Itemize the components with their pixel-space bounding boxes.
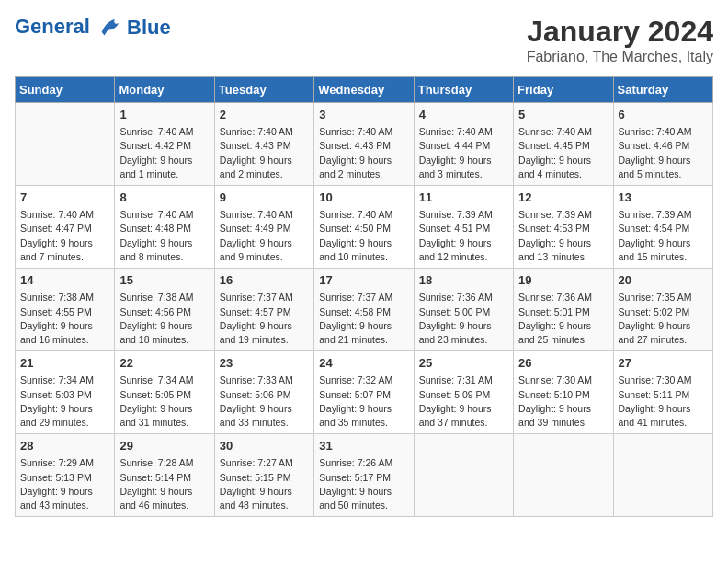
days-header-row: SundayMondayTuesdayWednesdayThursdayFrid… [16, 77, 713, 103]
day-info: Sunrise: 7:38 AM Sunset: 4:55 PM Dayligh… [20, 291, 109, 347]
day-header-friday: Friday [514, 77, 613, 103]
day-info: Sunrise: 7:39 AM Sunset: 4:51 PM Dayligh… [419, 208, 508, 264]
calendar-cell: 27Sunrise: 7:30 AM Sunset: 5:11 PM Dayli… [613, 351, 712, 434]
calendar-cell: 14Sunrise: 7:38 AM Sunset: 4:55 PM Dayli… [16, 269, 115, 351]
header: General Blue January 2024 Fabriano, The … [15, 15, 713, 65]
day-number: 27 [619, 355, 708, 372]
day-info: Sunrise: 7:40 AM Sunset: 4:50 PM Dayligh… [319, 208, 408, 264]
day-number: 28 [20, 438, 109, 454]
day-info: Sunrise: 7:30 AM Sunset: 5:11 PM Dayligh… [619, 373, 708, 430]
day-info: Sunrise: 7:40 AM Sunset: 4:46 PM Dayligh… [619, 125, 708, 181]
day-info: Sunrise: 7:40 AM Sunset: 4:44 PM Dayligh… [419, 125, 508, 181]
day-info: Sunrise: 7:40 AM Sunset: 4:43 PM Dayligh… [220, 125, 309, 181]
day-info: Sunrise: 7:38 AM Sunset: 4:56 PM Dayligh… [119, 291, 209, 347]
calendar-cell: 12Sunrise: 7:39 AM Sunset: 4:53 PM Dayli… [514, 186, 613, 269]
day-header-tuesday: Tuesday [214, 77, 313, 103]
calendar-cell: 9Sunrise: 7:40 AM Sunset: 4:49 PM Daylig… [214, 186, 313, 269]
day-info: Sunrise: 7:33 AM Sunset: 5:06 PM Dayligh… [220, 373, 309, 430]
day-info: Sunrise: 7:29 AM Sunset: 5:13 PM Dayligh… [20, 456, 109, 512]
calendar-table: SundayMondayTuesdayWednesdayThursdayFrid… [15, 76, 713, 517]
day-header-thursday: Thursday [414, 77, 513, 103]
day-info: Sunrise: 7:26 AM Sunset: 5:17 PM Dayligh… [319, 456, 408, 512]
day-number: 24 [319, 355, 408, 372]
day-number: 17 [319, 272, 408, 289]
day-number: 5 [518, 107, 608, 123]
day-info: Sunrise: 7:39 AM Sunset: 4:54 PM Dayligh… [619, 208, 708, 264]
day-info: Sunrise: 7:34 AM Sunset: 5:03 PM Dayligh… [20, 373, 109, 430]
day-number: 15 [119, 272, 209, 289]
calendar-cell: 26Sunrise: 7:30 AM Sunset: 5:10 PM Dayli… [514, 351, 613, 434]
day-info: Sunrise: 7:32 AM Sunset: 5:07 PM Dayligh… [319, 373, 408, 430]
calendar-cell [414, 434, 513, 517]
calendar-cell: 4Sunrise: 7:40 AM Sunset: 4:44 PM Daylig… [414, 103, 513, 186]
calendar-cell [514, 434, 613, 517]
calendar-cell: 1Sunrise: 7:40 AM Sunset: 4:42 PM Daylig… [115, 103, 214, 186]
calendar-cell: 25Sunrise: 7:31 AM Sunset: 5:09 PM Dayli… [414, 351, 513, 434]
calendar-cell [613, 434, 712, 517]
day-number: 7 [20, 190, 109, 206]
calendar-cell: 24Sunrise: 7:32 AM Sunset: 5:07 PM Dayli… [314, 351, 414, 434]
calendar-cell: 13Sunrise: 7:39 AM Sunset: 4:54 PM Dayli… [613, 186, 712, 269]
day-header-saturday: Saturday [613, 77, 712, 103]
calendar-cell: 28Sunrise: 7:29 AM Sunset: 5:13 PM Dayli… [16, 434, 115, 517]
day-number: 23 [220, 355, 309, 372]
calendar-cell: 6Sunrise: 7:40 AM Sunset: 4:46 PM Daylig… [613, 103, 712, 186]
calendar-cell: 29Sunrise: 7:28 AM Sunset: 5:14 PM Dayli… [115, 434, 214, 517]
week-row-5: 28Sunrise: 7:29 AM Sunset: 5:13 PM Dayli… [16, 434, 713, 517]
day-number: 22 [119, 355, 209, 372]
day-info: Sunrise: 7:40 AM Sunset: 4:47 PM Dayligh… [20, 208, 109, 264]
calendar-cell: 7Sunrise: 7:40 AM Sunset: 4:47 PM Daylig… [16, 186, 115, 269]
day-number: 14 [20, 272, 109, 289]
day-number: 1 [119, 107, 209, 123]
day-info: Sunrise: 7:37 AM Sunset: 4:57 PM Dayligh… [220, 291, 309, 347]
calendar-cell [16, 103, 115, 186]
week-row-2: 7Sunrise: 7:40 AM Sunset: 4:47 PM Daylig… [16, 186, 713, 269]
day-number: 18 [419, 272, 508, 289]
calendar-cell: 18Sunrise: 7:36 AM Sunset: 5:00 PM Dayli… [414, 269, 513, 351]
day-header-wednesday: Wednesday [314, 77, 414, 103]
title-block: January 2024 Fabriano, The Marches, Ital… [527, 15, 713, 65]
calendar-cell: 22Sunrise: 7:34 AM Sunset: 5:05 PM Dayli… [115, 351, 214, 434]
logo-bird-icon [97, 15, 123, 40]
day-number: 4 [419, 107, 508, 123]
calendar-cell: 10Sunrise: 7:40 AM Sunset: 4:50 PM Dayli… [314, 186, 414, 269]
day-header-sunday: Sunday [16, 77, 115, 103]
day-info: Sunrise: 7:40 AM Sunset: 4:49 PM Dayligh… [220, 208, 309, 264]
week-row-1: 1Sunrise: 7:40 AM Sunset: 4:42 PM Daylig… [16, 103, 713, 186]
calendar-cell: 17Sunrise: 7:37 AM Sunset: 4:58 PM Dayli… [314, 269, 414, 351]
day-number: 8 [119, 190, 209, 206]
calendar-cell: 2Sunrise: 7:40 AM Sunset: 4:43 PM Daylig… [214, 103, 313, 186]
day-info: Sunrise: 7:35 AM Sunset: 5:02 PM Dayligh… [619, 291, 708, 347]
day-info: Sunrise: 7:40 AM Sunset: 4:45 PM Dayligh… [518, 125, 608, 181]
day-info: Sunrise: 7:30 AM Sunset: 5:10 PM Dayligh… [518, 373, 608, 430]
day-number: 20 [619, 272, 708, 289]
calendar-cell: 21Sunrise: 7:34 AM Sunset: 5:03 PM Dayli… [16, 351, 115, 434]
calendar-cell: 11Sunrise: 7:39 AM Sunset: 4:51 PM Dayli… [414, 186, 513, 269]
calendar-cell: 5Sunrise: 7:40 AM Sunset: 4:45 PM Daylig… [514, 103, 613, 186]
month-year-title: January 2024 [527, 15, 713, 49]
day-number: 21 [20, 355, 109, 372]
calendar-cell: 23Sunrise: 7:33 AM Sunset: 5:06 PM Dayli… [214, 351, 313, 434]
day-number: 12 [518, 190, 608, 206]
day-number: 19 [518, 272, 608, 289]
calendar-cell: 15Sunrise: 7:38 AM Sunset: 4:56 PM Dayli… [115, 269, 214, 351]
day-info: Sunrise: 7:37 AM Sunset: 4:58 PM Dayligh… [319, 291, 408, 347]
day-info: Sunrise: 7:40 AM Sunset: 4:43 PM Dayligh… [319, 125, 408, 181]
day-number: 10 [319, 190, 408, 206]
day-info: Sunrise: 7:28 AM Sunset: 5:14 PM Dayligh… [119, 456, 209, 512]
day-number: 25 [419, 355, 508, 372]
calendar-cell: 8Sunrise: 7:40 AM Sunset: 4:48 PM Daylig… [115, 186, 214, 269]
day-info: Sunrise: 7:36 AM Sunset: 5:00 PM Dayligh… [419, 291, 508, 347]
day-number: 16 [220, 272, 309, 289]
day-number: 2 [220, 107, 309, 123]
logo: General Blue [15, 15, 171, 40]
calendar-cell: 19Sunrise: 7:36 AM Sunset: 5:01 PM Dayli… [514, 269, 613, 351]
day-number: 11 [419, 190, 508, 206]
calendar-cell: 30Sunrise: 7:27 AM Sunset: 5:15 PM Dayli… [214, 434, 313, 517]
calendar-cell: 16Sunrise: 7:37 AM Sunset: 4:57 PM Dayli… [214, 269, 313, 351]
day-number: 13 [619, 190, 708, 206]
day-info: Sunrise: 7:40 AM Sunset: 4:42 PM Dayligh… [119, 125, 209, 181]
day-number: 3 [319, 107, 408, 123]
calendar-cell: 31Sunrise: 7:26 AM Sunset: 5:17 PM Dayli… [314, 434, 414, 517]
calendar-cell: 20Sunrise: 7:35 AM Sunset: 5:02 PM Dayli… [613, 269, 712, 351]
